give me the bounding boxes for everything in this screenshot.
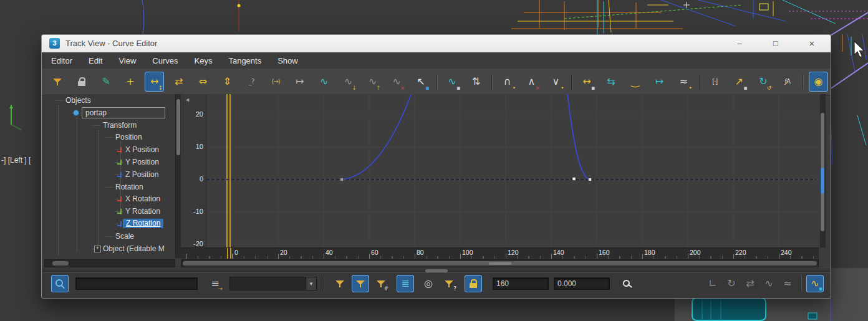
track-selection-input[interactable] xyxy=(75,277,198,290)
show-animated-tracks-icon[interactable] xyxy=(331,275,349,292)
plot-horizontal-scrollbar[interactable] xyxy=(181,259,819,267)
menu-show[interactable]: Show xyxy=(269,54,306,68)
ruler-tick-label: 40 xyxy=(326,249,333,256)
window-titlebar[interactable]: 3 Track View - Curve Editor – □ × xyxy=(42,35,831,53)
show-non-keyable-icon[interactable]: ? xyxy=(440,275,458,292)
auto-tangents-icon[interactable]: ∩• xyxy=(498,72,517,92)
track-label: Z Rotation xyxy=(123,219,163,228)
track-x-rotation[interactable]: X Rotation xyxy=(44,193,175,205)
show-key-stats-icon[interactable]: ∿▪ xyxy=(442,72,461,92)
flatten-tangents-icon[interactable]: ‿ xyxy=(625,72,645,92)
unify-tangents-icon[interactable]: ∨• xyxy=(546,72,566,92)
ease-curve-icon[interactable]: ∿↓ xyxy=(339,72,358,92)
menu-bar: EditorEditViewCurvesKeysTangentsShow xyxy=(42,52,831,69)
soft-tangent-display-icon[interactable]: ∿ xyxy=(760,275,778,292)
lock-tangents-icon[interactable]: ↔▪ xyxy=(577,72,597,92)
lock-keys-toggle-icon[interactable] xyxy=(465,275,482,292)
filters-icon[interactable] xyxy=(48,72,67,92)
break-tangents-icon[interactable]: ∧× xyxy=(522,72,541,92)
region-tool-icon[interactable]: [·] xyxy=(705,72,725,92)
select-tool-icon[interactable]: ↖▪ xyxy=(412,72,431,92)
tree-hscroll-thumb[interactable] xyxy=(52,261,69,266)
zoom-region-toggle-icon[interactable]: ∿▪ xyxy=(806,275,824,292)
function-expression-icon[interactable]: ƒA xyxy=(778,72,797,92)
ruler-tick-label: 220 xyxy=(735,249,746,256)
select-dependents-icon[interactable]: ↗▪ xyxy=(730,72,749,92)
track-y-rotation[interactable]: Y Rotation xyxy=(44,205,175,218)
track-z-position[interactable]: Z Position xyxy=(44,168,175,181)
buffer-curves-icon[interactable]: ↻↺ xyxy=(754,72,773,92)
menu-tangents[interactable]: Tangents xyxy=(220,54,269,68)
collapse-arrow-icon[interactable]: ◄ xyxy=(185,97,190,103)
track-x-position[interactable]: X Position xyxy=(44,143,175,156)
ruler-tick-label: 0 xyxy=(234,249,238,256)
spline-tangents-icon[interactable]: ≈• xyxy=(674,72,693,92)
ruler-tick-label: 80 xyxy=(417,249,424,256)
draw-curves-icon[interactable]: ✎ xyxy=(97,72,116,92)
track-z-rotation[interactable]: Z Rotation xyxy=(44,218,175,230)
menu-editor[interactable]: Editor xyxy=(43,54,80,68)
track-rotation[interactable]: Rotation xyxy=(44,181,175,193)
time-ruler[interactable]: 020406080100120140160180200220240 xyxy=(181,247,819,259)
retime-tool-icon[interactable]: _? xyxy=(242,72,261,92)
wave-display-icon[interactable]: ≈ xyxy=(779,275,796,292)
controller-dropdown[interactable]: ▼ xyxy=(229,277,317,290)
plot-vertical-scrollbar[interactable] xyxy=(820,94,826,247)
track-scale[interactable]: Scale xyxy=(44,230,175,242)
track-position[interactable]: Position xyxy=(44,131,175,143)
nudge-keys-icon[interactable]: ⇅ xyxy=(466,72,486,92)
remove-ease-curve-icon[interactable]: ∿× xyxy=(387,72,407,92)
move-horizontal-icon[interactable]: ⇆ xyxy=(601,72,620,92)
menu-edit[interactable]: Edit xyxy=(80,54,110,68)
swap-keys-icon[interactable]: ⇄ xyxy=(741,275,759,292)
track-transform[interactable]: Transform xyxy=(44,119,175,132)
move-keys-icon[interactable]: ↔↕ xyxy=(145,72,164,92)
track-object-editable-m[interactable]: +Object (Editable M xyxy=(44,242,175,255)
lock-selection-icon[interactable] xyxy=(72,72,92,92)
plot-hscroll-thumb[interactable] xyxy=(183,261,817,266)
key-value-input[interactable] xyxy=(554,277,610,290)
track-label: Scale xyxy=(115,230,134,242)
step-tangents-icon[interactable]: ↦ xyxy=(650,72,669,92)
track-y-position[interactable]: Y Position xyxy=(44,156,175,168)
minimize-button[interactable]: – xyxy=(730,37,750,50)
menu-view[interactable]: View xyxy=(110,54,144,68)
key-marker[interactable] xyxy=(340,178,344,181)
zoom-selected-object-icon[interactable] xyxy=(51,275,69,292)
slide-keys-icon[interactable]: ⇄ xyxy=(169,72,188,92)
show-selected-tracks-icon[interactable] xyxy=(352,275,369,292)
curve-canvas[interactable] xyxy=(181,94,819,247)
snap-frames-icon[interactable]: ↦ xyxy=(290,72,309,92)
menu-keys[interactable]: Keys xyxy=(186,54,221,68)
select-keys-by-time-icon[interactable]: ◎ xyxy=(420,275,437,292)
curve-plot-area[interactable]: ◄ 20100-10-20 xyxy=(181,94,819,247)
auto-expand-tracks-icon[interactable]: ≣ xyxy=(397,275,414,292)
track-portap[interactable]: portap xyxy=(44,107,175,119)
simple-snap-icon[interactable]: (→) xyxy=(266,72,286,92)
key-marker[interactable] xyxy=(572,177,576,181)
track-objects[interactable]: Objects xyxy=(44,94,175,107)
loop-keys-icon[interactable]: ↻ xyxy=(723,275,740,292)
key-time-input[interactable] xyxy=(493,277,549,290)
tree-horizontal-scrollbar[interactable] xyxy=(44,259,175,267)
multiplier-curve-icon[interactable]: ∿↑ xyxy=(363,72,382,92)
show-hierarchy-icon[interactable]: # xyxy=(372,275,390,292)
key-marker[interactable] xyxy=(588,178,592,181)
edit-track-set-icon[interactable]: ≡→ xyxy=(206,275,224,292)
plot-vscroll-highlight[interactable] xyxy=(821,168,824,194)
frame-curve-icon[interactable]: ∟ xyxy=(704,275,721,292)
isolate-curve-toggle-icon[interactable]: ◉ xyxy=(809,72,828,92)
scale-values-icon[interactable]: ⇕ xyxy=(218,72,237,92)
param-out-of-range-icon[interactable]: ∿ xyxy=(314,72,334,92)
menu-curves[interactable]: Curves xyxy=(144,54,186,68)
close-button[interactable]: × xyxy=(802,37,822,50)
scale-keys-icon[interactable]: ⇔ xyxy=(193,72,213,92)
time-slider-line[interactable] xyxy=(230,248,231,259)
maximize-button[interactable]: □ xyxy=(766,37,786,50)
tree-scroll-thumb[interactable] xyxy=(176,99,180,155)
tree-connector xyxy=(92,125,100,126)
add-keys-icon[interactable]: + xyxy=(121,72,140,92)
ruler-tick-label: 60 xyxy=(371,249,379,256)
time-slider-line[interactable] xyxy=(227,248,228,259)
key-entry-icon[interactable] xyxy=(619,275,636,292)
